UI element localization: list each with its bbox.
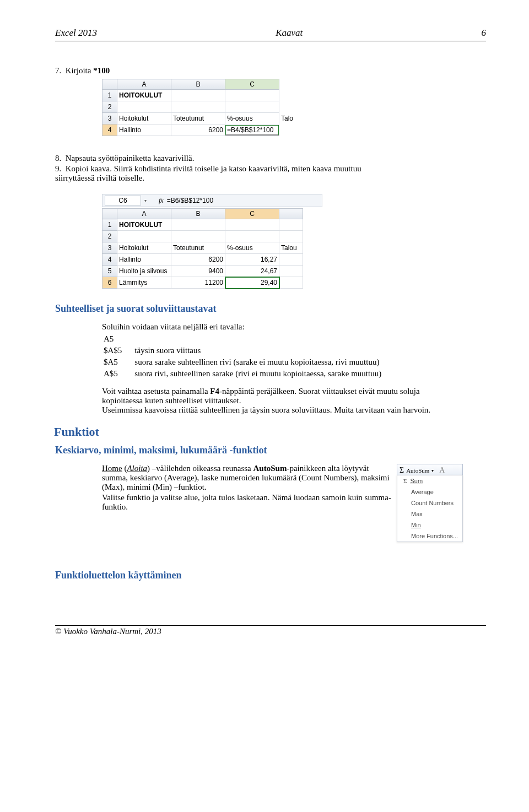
hdr-center: Kaavat	[276, 28, 303, 39]
cell	[225, 231, 279, 242]
active-cell[interactable]: 29,40	[225, 277, 279, 289]
row-4: 4	[102, 124, 117, 136]
cell: Hoitokulut	[117, 113, 171, 124]
autosum-label: AutoSum	[406, 467, 429, 474]
heading-function-list: Funktioluettelon käyttäminen	[55, 570, 486, 581]
cell: Hallinto	[117, 124, 171, 136]
col-C: C	[225, 79, 279, 90]
row-3: 3	[102, 113, 117, 124]
cell-text: HOITOKULUT	[119, 91, 162, 99]
cell	[225, 101, 279, 113]
cell	[117, 231, 171, 242]
cell: Lämmitys	[117, 277, 171, 289]
refs-para2: Useimmissa kaavoissa riittää suhteelline…	[102, 405, 444, 415]
cell	[171, 219, 225, 231]
row-1: 1	[102, 219, 117, 231]
ref-a: A$5	[103, 369, 133, 379]
menu-count[interactable]: Count Numbers	[397, 497, 462, 508]
cell	[279, 277, 303, 289]
cell: HOITOKULUT	[117, 219, 171, 231]
ref-b: täysin suora viittaus	[134, 345, 392, 356]
row-3: 3	[102, 242, 117, 254]
refs-para1: Voit vaihtaa asetusta painamalla F4-näpp…	[102, 387, 444, 405]
heading-functions: Funktiot	[54, 425, 486, 439]
cell: Huolto ja siivous	[117, 266, 171, 277]
menu-sum[interactable]: Σ Sum	[397, 475, 462, 486]
cell	[225, 90, 279, 101]
formula-bar-content[interactable]: =B6/$B$12*100	[167, 197, 213, 204]
cell	[171, 101, 225, 113]
cell: Talou	[279, 242, 303, 254]
letter-icon: A	[439, 466, 445, 475]
cell: Hoitokulut	[117, 242, 171, 254]
autosum-menu: Σ Sum Average Count Numbers Max Min More…	[397, 475, 463, 542]
row-2: 2	[102, 101, 117, 113]
cell: 6200	[171, 254, 225, 266]
col-A: A	[117, 79, 171, 90]
sigma-icon: Σ	[403, 478, 407, 484]
cell	[279, 254, 303, 266]
hdr-right: 6	[481, 28, 486, 39]
chevron-down-icon[interactable]: ▾	[431, 468, 434, 473]
f4-bold: F4	[210, 387, 219, 396]
cell	[279, 231, 303, 242]
menu-label: Min	[411, 522, 421, 528]
cell-text: HOITOKULUT	[119, 221, 162, 229]
menu-more[interactable]: More Functions...	[397, 530, 462, 542]
cell: 11200	[171, 277, 225, 289]
autosum-bold: AutoSum	[253, 464, 287, 473]
functions-para2: Valitse funktio ja valitse alue, jolta t…	[102, 493, 391, 512]
col-B: B	[171, 79, 225, 90]
corner-cell	[102, 209, 117, 219]
namebox-arrow-icon[interactable]: ▾	[144, 198, 147, 203]
menu-average[interactable]: Average	[397, 486, 462, 497]
step-7-prefix: 7. Kirjoita	[55, 66, 93, 75]
page-footer: © Vuokko Vanhala-Nurmi, 2013	[55, 625, 486, 636]
col-B: B	[171, 209, 225, 219]
cell: %-osuus	[225, 242, 279, 254]
menu-max[interactable]: Max	[397, 508, 462, 519]
step-7-bold: *100	[93, 66, 110, 75]
excel-shot-1: A B C 1 HOITOKULUT 2 3 Hoitokulut Toteut…	[102, 79, 486, 136]
hdr-rule	[55, 41, 486, 41]
ref-a: A5	[103, 334, 133, 344]
row-2: 2	[102, 231, 117, 242]
ref-b: suora rivi, suhteellinen sarake (rivi ei…	[134, 369, 392, 379]
cell	[279, 266, 303, 277]
name-box[interactable]: C6	[105, 196, 141, 205]
cell: Hallinto	[117, 254, 171, 266]
cell: HOITOKULUT	[117, 90, 171, 101]
heading-refstyles: Suhteelliset ja suorat soluviittaustavat	[55, 303, 486, 315]
col-spill	[279, 209, 303, 219]
excel-shot-2: C6 ▾ fx =B6/$B$12*100 A B C 1 HOITOKULUT…	[102, 194, 486, 289]
corner-cell	[102, 79, 117, 90]
refs-table: A5 $A$5täysin suora viittaus $A5suora sa…	[102, 333, 393, 380]
cell: 24,67	[225, 266, 279, 277]
cell	[117, 101, 171, 113]
cell: Toteutunut	[171, 113, 225, 124]
cell	[225, 219, 279, 231]
cell-overflow: Talo	[279, 113, 295, 124]
formula-entry[interactable]: =B4/$B$12*100	[225, 125, 279, 136]
ref-a: $A$5	[103, 345, 133, 356]
step-7: 7. Kirjoita *100	[55, 66, 486, 75]
sigma-icon: Σ	[400, 466, 404, 475]
cell	[171, 90, 225, 101]
row-4: 4	[102, 254, 117, 266]
cell	[279, 219, 303, 231]
menu-min[interactable]: Min	[397, 519, 462, 530]
fx-icon[interactable]: fx	[159, 197, 164, 205]
ref-b: suora sarake suhteellinen rivi (sarake e…	[134, 357, 392, 367]
col-A: A	[117, 209, 171, 219]
step-8: 8. Napsauta syöttöpainiketta kaavarivill…	[55, 154, 486, 163]
cell	[171, 231, 225, 242]
row-1: 1	[102, 90, 117, 101]
active-cell[interactable]: =B4/$B$12*100	[225, 124, 279, 136]
col-C: C	[225, 209, 279, 219]
cell: 9400	[171, 266, 225, 277]
aloita-underline-italic: Aloita	[127, 464, 147, 473]
ref-b	[134, 334, 392, 344]
menu-label: Sum	[411, 478, 423, 484]
functions-para: Home (Aloita) –välilehden oikeassa reuna…	[102, 464, 391, 492]
cell: Toteutunut	[171, 242, 225, 254]
